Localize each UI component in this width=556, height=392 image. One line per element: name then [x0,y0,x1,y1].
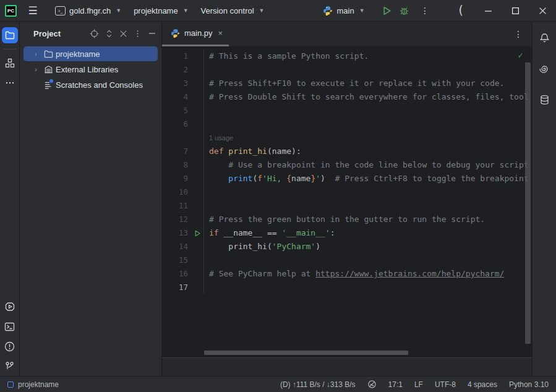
host-selector[interactable]: >_ gold.fhgr.ch ▼ [50,2,126,19]
chevron-down-icon: ▼ [259,7,265,14]
hide-panel-icon[interactable] [148,29,156,38]
git-tool-button[interactable] [2,358,18,374]
code-line[interactable]: 10 [162,185,532,199]
horizontal-scrollbar[interactable] [204,351,408,355]
code-line[interactable]: 16# See PyCharm help at https://www.jetb… [162,267,532,281]
line-number: 5 [162,104,192,117]
vcs-selector[interactable]: Version control ▼ [196,2,270,19]
line-ending[interactable]: LF [414,380,423,389]
ai-assistant-button[interactable] [536,61,552,77]
code-line[interactable]: 13if __name__ == '__main__': [162,226,532,240]
vertical-scrollbar[interactable] [525,62,531,344]
minimize-button[interactable] [474,0,502,21]
network-stats[interactable]: (D) ↑111 B/s / ↓313 B/s [280,380,356,389]
project-panel-title: Project [33,29,61,38]
gutter-slot [192,172,204,185]
more-actions-button[interactable]: ⋮ [417,2,434,19]
run-config-label: main [336,6,354,15]
run-line-icon[interactable] [192,226,204,240]
tree-item-projektname[interactable]: ›projektname [24,46,158,61]
code-text: if __name__ == '__main__': [204,226,335,240]
code-text [204,185,209,199]
line-number: 2 [162,63,192,77]
tab-options-icon[interactable]: ⋮ [514,29,532,39]
interpreter[interactable]: Python 3.10 [509,380,549,389]
gutter-slot [192,281,204,294]
code-editor[interactable]: ✓ 1# This is a sample Python script.23# … [162,46,532,357]
crescent-icon[interactable]: ( [459,3,463,17]
close-button[interactable] [529,0,556,21]
tree-item-external-libraries[interactable]: ›External Libraries [24,62,158,77]
tree-chevron-icon[interactable]: › [31,51,41,58]
debug-button[interactable] [396,2,413,19]
code-line[interactable]: 15 [162,254,532,267]
services-tool-button[interactable] [2,299,18,315]
code-line[interactable]: 9 print(f'Hi, {name}') # Press Ctrl+F8 t… [162,172,532,185]
run-config-selector[interactable]: main ▼ [318,2,369,19]
line-number [162,131,192,145]
caret-position[interactable]: 17:1 [388,380,403,389]
folder-icon [42,49,54,59]
more-tools-button[interactable] [2,75,18,91]
indent-style[interactable]: 4 spaces [468,380,497,389]
tree-chevron-icon[interactable]: › [31,66,41,73]
hamburger-menu-icon[interactable]: ☰ [24,2,41,19]
code-line[interactable]: 12# Press the green button in the gutter… [162,213,532,226]
code-line[interactable]: 6 [162,117,532,131]
project-label: projektname [134,6,178,15]
code-line[interactable]: 7def print_hi(name): [162,145,532,158]
code-line[interactable]: 11 [162,199,532,213]
code-line[interactable]: 1# This is a sample Python script. [162,49,532,63]
tree-item-label: Scratches and Consoles [56,80,143,90]
collapse-all-icon[interactable] [119,30,127,38]
code-text [204,104,209,117]
highlight-off-icon[interactable] [367,380,377,389]
problems-icon [4,341,15,352]
terminal-tool-button[interactable] [2,318,18,334]
project-tree: ›projektname›External LibrariesScratches… [20,45,161,93]
python-icon [171,28,180,38]
code-line[interactable]: 14 print_hi('PyCharm') [162,240,532,254]
code-line[interactable]: 8 # Use a breakpoint in the code line be… [162,158,532,172]
database-button[interactable] [536,92,552,108]
gutter-slot [192,185,204,199]
vcs-label: Version control [201,6,254,15]
ai-assistant-icon [539,64,550,74]
services-icon [4,301,15,312]
project-selector[interactable]: projektname ▼ [129,2,193,19]
code-line[interactable]: 3# Press Shift+F10 to execute it or repl… [162,77,532,90]
code-text [204,199,209,213]
problems-tool-button[interactable] [2,338,18,354]
debug-icon [399,6,409,16]
code-line[interactable]: 5 [162,104,532,117]
editor-bottom-strip [162,357,532,376]
status-project-widget[interactable]: projektname [7,380,59,389]
expand-chevrons-icon[interactable] [105,29,113,38]
line-number: 12 [162,213,192,226]
editor-area: main.py × ⋮ ✓ 1# This is a sample Python… [162,22,532,376]
code-text [204,117,209,131]
gutter-slot [192,145,204,158]
structure-tool-button[interactable] [2,55,18,71]
run-button[interactable] [379,2,396,19]
tab-main-py[interactable]: main.py × [162,22,229,45]
code-line[interactable]: 4# Press Double Shift to search everywhe… [162,90,532,104]
inspection-ok-icon[interactable]: ✓ [518,50,523,60]
code-text: # Press Double Shift to search everywher… [204,90,529,104]
encoding[interactable]: UTF-8 [435,380,456,389]
more-vertical-icon[interactable] [134,30,142,38]
maximize-button[interactable] [502,0,529,21]
notifications-button[interactable] [536,30,552,46]
code-line[interactable]: 17 [162,281,532,294]
project-tool-button[interactable] [2,27,18,43]
locate-target-icon[interactable] [90,29,99,38]
inlay-hint-row[interactable]: 1 usage [162,131,532,145]
terminal-icon [4,322,15,332]
tab-close-icon[interactable]: × [218,28,223,38]
pycharm-window: PC ☰ >_ gold.fhgr.ch ▼ projektname ▼ Ver… [0,0,556,392]
gutter-slot [192,104,204,117]
tab-label: main.py [184,28,213,38]
code-line[interactable]: 2 [162,63,532,77]
gutter-slot [192,90,204,104]
tree-item-scratches-and-consoles[interactable]: Scratches and Consoles [24,77,158,92]
